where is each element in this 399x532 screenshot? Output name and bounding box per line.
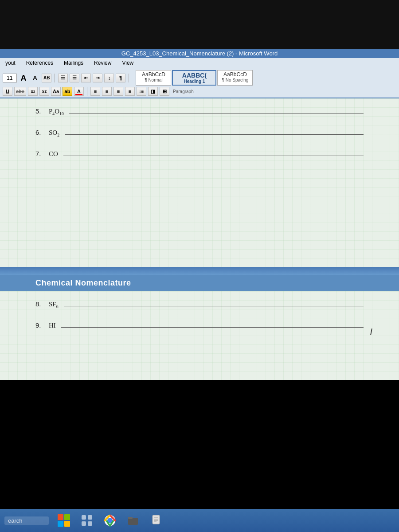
- item-9-formula[interactable]: HI: [49, 322, 56, 329]
- menu-item-references[interactable]: References: [24, 59, 55, 67]
- text-effects-button[interactable]: Aa: [51, 87, 61, 96]
- align-right-button[interactable]: ≡: [113, 87, 123, 96]
- indent-decrease-button[interactable]: ⇤: [81, 74, 91, 82]
- svg-rect-0: [82, 515, 86, 520]
- blue-divider: [0, 267, 399, 275]
- menu-item-review[interactable]: Review: [92, 59, 113, 67]
- style-no-spacing[interactable]: AaBbCcD ¶ No Spacing: [217, 70, 253, 86]
- windows-logo-tl: [58, 514, 63, 520]
- menu-item-view[interactable]: View: [120, 59, 135, 67]
- style-normal[interactable]: AaBbCcD ¶ Normal: [136, 70, 171, 86]
- sep2: [129, 74, 129, 82]
- item-5-line: [69, 113, 364, 113]
- ribbon: 11 A A AB ☰ ☰ ⇤ ⇥ ↕ ¶ AaBbCcD ¶ Normal A…: [0, 68, 399, 98]
- svg-rect-2: [82, 521, 86, 526]
- taskbar-search-area[interactable]: earch: [4, 516, 49, 525]
- doc-item-6: 6. SO2: [35, 129, 364, 137]
- top-black-area: [0, 0, 399, 49]
- item-7-line: [63, 156, 364, 156]
- item-8-line: [64, 306, 364, 306]
- font-color-button[interactable]: A: [74, 87, 84, 96]
- doc-item-8: 8. SF6: [35, 300, 364, 309]
- align-left-button[interactable]: ≡: [90, 87, 100, 96]
- svg-rect-7: [128, 518, 138, 525]
- word-doc-icon[interactable]: [148, 512, 164, 528]
- taskbar-search-label: earch: [8, 517, 23, 524]
- file-manager-icon[interactable]: [125, 512, 141, 528]
- pilcrow-button[interactable]: ¶: [116, 74, 125, 82]
- style-heading1[interactable]: AABBC( Heading 1: [172, 70, 216, 86]
- taskbar-app-icon[interactable]: [79, 512, 95, 528]
- text-cursor: I: [370, 327, 372, 337]
- doc-item-7: 7. CO: [35, 150, 364, 158]
- style-gallery: AaBbCcD ¶ Normal AABBC( Heading 1 AaBbCc…: [136, 70, 253, 86]
- font-size-box[interactable]: 11: [3, 74, 17, 82]
- chrome-icon[interactable]: [102, 512, 118, 528]
- svg-rect-3: [88, 521, 92, 526]
- windows-logo-bl: [58, 521, 63, 527]
- item-5-number: 5.: [35, 107, 49, 115]
- item-5-formula[interactable]: P4O10: [49, 108, 64, 116]
- app-icon-svg: [81, 514, 93, 527]
- item-9-line: [61, 327, 364, 328]
- svg-rect-1: [88, 515, 92, 520]
- taskbar: earch: [0, 509, 399, 532]
- item-7-number: 7.: [35, 150, 49, 157]
- section-heading: Chemical Nomenclature: [0, 275, 399, 291]
- align-center-button[interactable]: ≡: [102, 87, 112, 96]
- windows-button[interactable]: [56, 512, 72, 528]
- bullet-list-button[interactable]: ☰: [58, 74, 68, 82]
- item-8-formula[interactable]: SF6: [49, 301, 59, 309]
- change-case-button[interactable]: AB: [42, 74, 51, 82]
- numbered-list-button[interactable]: ☰: [70, 74, 79, 82]
- doc-item-9: 9. HI: [35, 321, 364, 329]
- item-7-formula[interactable]: CO: [49, 150, 58, 158]
- windows-logo-tr: [64, 514, 70, 520]
- sep1: [55, 74, 55, 82]
- windows-logo: [58, 514, 70, 527]
- item-6-line: [65, 134, 364, 135]
- indent-increase-button[interactable]: ⇥: [93, 74, 102, 82]
- document-upper: 5. P4O10 6. SO2 7. CO: [0, 98, 399, 267]
- item-6-number: 6.: [35, 129, 49, 136]
- svg-point-6: [108, 518, 112, 523]
- superscript-button[interactable]: x2: [39, 87, 49, 96]
- document-lower: 8. SF6 9. HI I: [0, 291, 399, 380]
- line-spacing-button[interactable]: ↕≡: [137, 87, 146, 96]
- sort-button[interactable]: ↕: [104, 74, 114, 82]
- item-9-number: 9.: [35, 321, 49, 329]
- menu-bar: yout References Mailings Review View: [0, 58, 399, 68]
- highlight-button[interactable]: ab: [63, 87, 72, 96]
- title-text: GC_4253_L03_Chemical_Nomenclature (2) - …: [121, 50, 278, 57]
- section-heading-text: Chemical Nomenclature: [35, 278, 131, 287]
- svg-rect-9: [153, 515, 160, 524]
- windows-logo-br: [64, 521, 70, 527]
- underline-button[interactable]: U: [3, 87, 12, 96]
- font-shrink-button[interactable]: A: [30, 74, 40, 82]
- menu-item-layout[interactable]: yout: [4, 59, 17, 67]
- align-justify-button[interactable]: ≡: [125, 87, 135, 96]
- paragraph-label: Paragraph: [173, 89, 194, 94]
- svg-rect-8: [128, 517, 133, 519]
- font-grow-button[interactable]: A: [19, 74, 28, 82]
- shading-button[interactable]: ◨: [148, 87, 158, 96]
- sep3: [87, 87, 87, 96]
- menu-item-mailings[interactable]: Mailings: [62, 59, 85, 67]
- strikethrough-button[interactable]: abe: [14, 87, 26, 96]
- item-6-formula[interactable]: SO2: [49, 129, 59, 137]
- item-8-number: 8.: [35, 300, 49, 308]
- borders-button[interactable]: ⊞: [160, 87, 169, 96]
- subscript-button[interactable]: x2: [28, 87, 38, 96]
- title-bar: GC_4253_L03_Chemical_Nomenclature (2) - …: [0, 49, 399, 58]
- doc-item-5: 5. P4O10: [35, 107, 364, 116]
